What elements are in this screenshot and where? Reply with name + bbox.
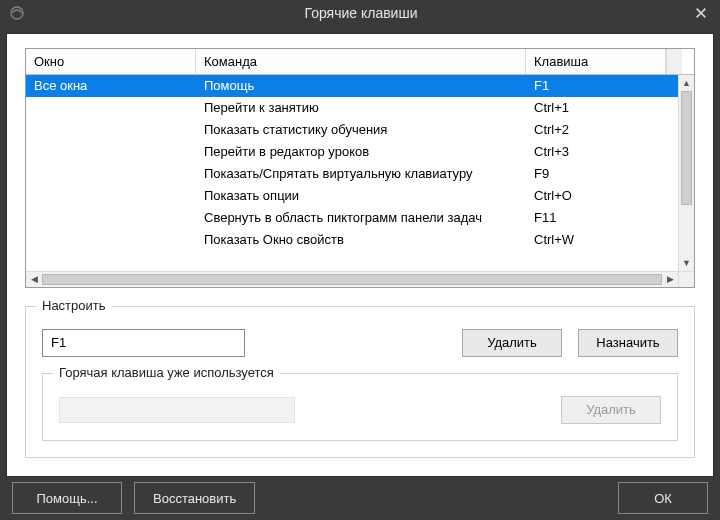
app-icon — [8, 4, 26, 22]
hscroll-thumb[interactable] — [42, 274, 662, 285]
cell-command: Помощь — [196, 78, 526, 93]
cell-key: Ctrl+O — [526, 188, 666, 203]
shortcut-table: Окно Команда Клавиша Все окнаПомощьF1Пер… — [25, 48, 695, 288]
horizontal-scrollbar[interactable]: ◀ ▶ — [26, 271, 694, 287]
conflict-fieldset: Горячая клавиша уже используется Удалить — [42, 373, 678, 441]
table-row[interactable]: Перейти к занятиюCtrl+1 — [26, 97, 678, 119]
cell-window: Все окна — [26, 78, 196, 93]
cell-command: Перейти в редактор уроков — [196, 144, 526, 159]
cell-command: Показать Окно свойств — [196, 232, 526, 247]
scroll-up-arrow-icon[interactable]: ▲ — [679, 75, 694, 91]
scroll-down-arrow-icon[interactable]: ▼ — [679, 255, 694, 271]
col-window[interactable]: Окно — [26, 49, 196, 74]
table-row[interactable]: Показать опцииCtrl+O — [26, 185, 678, 207]
table-row[interactable]: Свернуть в область пиктограмм панели зад… — [26, 207, 678, 229]
vertical-scrollbar[interactable]: ▲ ▼ — [678, 75, 694, 271]
footer-bar: Помощь... Восстановить ОК — [0, 477, 720, 520]
close-icon[interactable] — [690, 2, 712, 24]
cell-command: Показать/Спрятать виртуальную клавиатуру — [196, 166, 526, 181]
cell-command: Показать статистику обучения — [196, 122, 526, 137]
cell-key: F1 — [526, 78, 666, 93]
window-title: Горячие клавиши — [32, 5, 690, 21]
delete-button[interactable]: Удалить — [462, 329, 562, 357]
scroll-left-arrow-icon[interactable]: ◀ — [26, 272, 42, 287]
col-key[interactable]: Клавиша — [526, 49, 666, 74]
title-bar: Горячие клавиши — [0, 0, 720, 27]
conflict-legend: Горячая клавиша уже используется — [53, 365, 280, 380]
scroll-thumb[interactable] — [681, 91, 692, 206]
dialog-body: Окно Команда Клавиша Все окнаПомощьF1Пер… — [6, 33, 714, 477]
cell-key: Ctrl+2 — [526, 122, 666, 137]
table-row[interactable]: Показать Окно свойствCtrl+W — [26, 229, 678, 251]
table-row[interactable]: Все окнаПомощьF1 — [26, 75, 678, 97]
cell-key: Ctrl+W — [526, 232, 666, 247]
cell-key: Ctrl+3 — [526, 144, 666, 159]
header-scroll-spacer — [666, 49, 682, 74]
conflict-display — [59, 397, 295, 423]
scroll-track[interactable] — [679, 91, 694, 255]
cell-command: Показать опции — [196, 188, 526, 203]
cell-command: Свернуть в область пиктограмм панели зад… — [196, 210, 526, 225]
cell-key: F11 — [526, 210, 666, 225]
scroll-corner — [678, 272, 694, 287]
cell-command: Перейти к занятию — [196, 100, 526, 115]
conflict-delete-button: Удалить — [561, 396, 661, 424]
restore-button[interactable]: Восстановить — [134, 482, 255, 514]
cell-key: Ctrl+1 — [526, 100, 666, 115]
configure-fieldset: Настроить Удалить Назначить Горячая клав… — [25, 306, 695, 458]
assign-button[interactable]: Назначить — [578, 329, 678, 357]
table-header: Окно Команда Клавиша — [26, 49, 694, 75]
hscroll-track[interactable] — [42, 272, 662, 287]
help-button[interactable]: Помощь... — [12, 482, 122, 514]
scroll-right-arrow-icon[interactable]: ▶ — [662, 272, 678, 287]
table-row[interactable]: Показать/Спрятать виртуальную клавиатуру… — [26, 163, 678, 185]
cell-key: F9 — [526, 166, 666, 181]
hotkey-input[interactable] — [42, 329, 245, 357]
col-command[interactable]: Команда — [196, 49, 526, 74]
configure-legend: Настроить — [36, 298, 112, 313]
table-row[interactable]: Перейти в редактор уроковCtrl+3 — [26, 141, 678, 163]
table-body[interactable]: Все окнаПомощьF1Перейти к занятиюCtrl+1П… — [26, 75, 678, 271]
ok-button[interactable]: ОК — [618, 482, 708, 514]
table-row[interactable]: Показать статистику обученияCtrl+2 — [26, 119, 678, 141]
